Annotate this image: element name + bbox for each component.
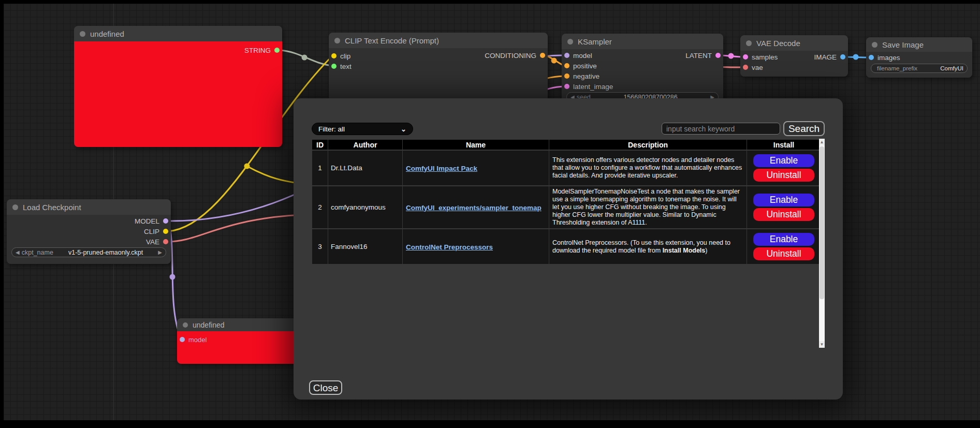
- output-slot-model[interactable]: MODEL: [135, 216, 168, 226]
- output-port-icon[interactable]: [274, 48, 280, 53]
- extension-description-cell: This extension offers various detector n…: [549, 151, 747, 185]
- output-slot-vae[interactable]: VAE: [146, 237, 168, 247]
- extension-name-cell: ControlNet Preprocessors: [403, 229, 549, 264]
- output-port-icon[interactable]: [163, 218, 168, 224]
- uninstall-button[interactable]: Uninstall: [753, 247, 814, 260]
- input-slot-positive[interactable]: positive: [564, 61, 597, 71]
- node-title-bar[interactable]: KSampler: [562, 34, 723, 49]
- input-port-icon[interactable]: [564, 73, 569, 79]
- node-undefined-top[interactable]: undefined STRING: [74, 26, 282, 147]
- widget-name: ckpt_name: [22, 249, 53, 256]
- node-collapse-dot-icon[interactable]: [746, 40, 752, 46]
- node-undefined-bottom[interactable]: undefined model: [177, 318, 304, 364]
- header-author: Author: [328, 140, 402, 150]
- scroll-up-icon[interactable]: ▲: [819, 139, 825, 145]
- output-slot-clip[interactable]: CLIP: [144, 226, 168, 237]
- output-port-icon[interactable]: [840, 54, 845, 60]
- description-text: ): [705, 247, 707, 254]
- input-port-icon[interactable]: [564, 63, 569, 68]
- table-scrollbar[interactable]: ▲ ▼: [819, 139, 825, 348]
- widget-increment-icon[interactable]: ▶: [158, 249, 162, 255]
- node-title-bar[interactable]: CLIP Text Encode (Prompt): [329, 33, 548, 48]
- extension-name-link[interactable]: ComfyUI_experiments/sampler_tonemap: [406, 204, 542, 212]
- node-collapse-dot-icon[interactable]: [80, 31, 85, 37]
- custom-nodes-manager-dialog: Filter: all ⌄ Search ID Author Name Desc…: [294, 98, 843, 400]
- slot-label: positive: [573, 62, 597, 70]
- description-bold-text: Install Models: [663, 247, 706, 254]
- input-port-icon[interactable]: [743, 54, 748, 60]
- output-slot-conditioning[interactable]: CONDITIONING: [485, 50, 545, 61]
- node-title-bar[interactable]: undefined: [74, 26, 282, 41]
- ckpt-name-widget[interactable]: ◀ ckpt_name v1-5-pruned-emaonly.ckpt ▶: [11, 247, 166, 257]
- uninstall-button[interactable]: Uninstall: [753, 208, 814, 221]
- node-collapse-dot-icon[interactable]: [183, 322, 188, 328]
- close-button[interactable]: Close: [309, 380, 342, 395]
- search-button[interactable]: Search: [783, 121, 825, 136]
- extension-name-link[interactable]: ComfyUI Impact Pack: [406, 165, 477, 172]
- input-port-icon[interactable]: [331, 53, 337, 58]
- output-slot-latent[interactable]: LATENT: [685, 50, 721, 61]
- input-slot-text[interactable]: text: [331, 61, 352, 71]
- output-port-icon[interactable]: [163, 239, 168, 244]
- input-slot-latent-image[interactable]: latent_image: [564, 81, 613, 92]
- output-port-icon[interactable]: [163, 229, 168, 234]
- slot-label: CONDITIONING: [485, 52, 536, 60]
- scroll-down-icon[interactable]: ▼: [819, 341, 825, 348]
- node-title-bar[interactable]: Load Checkpoint: [7, 199, 171, 215]
- slot-label: vae: [752, 64, 763, 71]
- input-slot-negative[interactable]: negative: [564, 71, 599, 81]
- input-port-icon[interactable]: [743, 65, 748, 70]
- input-slot-model[interactable]: model: [564, 50, 592, 61]
- extension-name-link[interactable]: ControlNet Preprocessors: [406, 243, 493, 251]
- enable-button[interactable]: Enable: [753, 233, 814, 246]
- enable-button[interactable]: Enable: [753, 194, 814, 206]
- node-title: Load Checkpoint: [23, 203, 81, 212]
- output-slot-image[interactable]: IMAGE: [814, 52, 845, 62]
- search-input[interactable]: [662, 123, 780, 135]
- input-slot-clip[interactable]: clip: [331, 51, 350, 61]
- slot-label: negative: [573, 72, 599, 80]
- node-title: KSampler: [578, 37, 612, 46]
- node-save-image[interactable]: Save Image images filename_prefix ComfyU…: [866, 37, 972, 78]
- input-port-icon[interactable]: [869, 55, 874, 60]
- node-body-error: [74, 41, 282, 147]
- extension-table: ID Author Name Description Install 1Dr.L…: [312, 139, 825, 348]
- extension-author-cell: comfyanonymous: [328, 186, 402, 228]
- slot-label: VAE: [146, 238, 159, 246]
- uninstall-button[interactable]: Uninstall: [753, 169, 814, 182]
- input-port-icon[interactable]: [564, 84, 569, 89]
- filename-prefix-widget[interactable]: filename_prefix ComfyUI: [871, 64, 968, 73]
- widget-value[interactable]: ComfyUI: [917, 65, 963, 71]
- input-port-icon[interactable]: [564, 53, 569, 58]
- node-title: undefined: [90, 29, 124, 38]
- extension-author-cell: Fannovel16: [328, 229, 402, 264]
- node-vae-decode[interactable]: VAE Decode samples vae IMAGE: [740, 35, 848, 77]
- slot-label: model: [188, 336, 207, 344]
- input-slot-samples[interactable]: samples: [743, 52, 778, 62]
- filter-select[interactable]: Filter: all ⌄: [312, 123, 413, 135]
- node-collapse-dot-icon[interactable]: [334, 38, 340, 43]
- extension-name-cell: ComfyUI Impact Pack: [403, 151, 549, 185]
- node-collapse-dot-icon[interactable]: [12, 204, 18, 210]
- input-slot-vae[interactable]: vae: [743, 62, 763, 72]
- input-port-icon[interactable]: [331, 64, 337, 69]
- output-port-icon[interactable]: [715, 53, 721, 58]
- node-title-bar[interactable]: undefined: [177, 318, 304, 331]
- node-load-checkpoint[interactable]: Load Checkpoint MODEL CLIP VAE ◀ ckpt_na…: [7, 199, 171, 264]
- node-title-bar[interactable]: VAE Decode: [740, 35, 848, 51]
- extension-description-cell: ControlNet Preprocessors. (To use this e…: [549, 229, 747, 264]
- node-collapse-dot-icon[interactable]: [872, 42, 877, 48]
- enable-button[interactable]: Enable: [753, 154, 814, 167]
- slot-label: CLIP: [144, 228, 159, 235]
- node-collapse-dot-icon[interactable]: [567, 39, 573, 45]
- output-slot-string[interactable]: STRING: [244, 45, 280, 55]
- output-port-icon[interactable]: [540, 53, 545, 58]
- description-text: ModelSamplerTonemapNoiseTest a node that…: [552, 188, 740, 226]
- widget-value[interactable]: v1-5-pruned-emaonly.ckpt: [53, 249, 158, 256]
- input-slot-model[interactable]: model: [180, 334, 207, 345]
- widget-decrement-icon[interactable]: ◀: [16, 249, 20, 255]
- input-slot-images[interactable]: images: [869, 52, 900, 63]
- scrollbar-thumb[interactable]: [820, 146, 824, 299]
- input-port-icon[interactable]: [180, 337, 185, 342]
- node-title-bar[interactable]: Save Image: [866, 37, 972, 52]
